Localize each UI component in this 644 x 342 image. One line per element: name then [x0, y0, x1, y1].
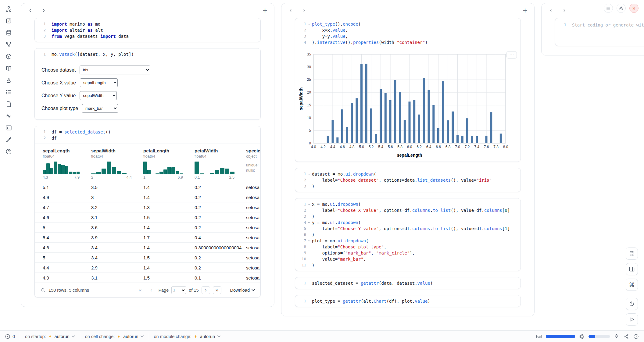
logs-panel-button[interactable]	[5, 124, 13, 132]
y-value-select[interactable]: sepalWidth	[80, 91, 117, 100]
column-move-left-button[interactable]	[27, 7, 34, 14]
plot-type-select[interactable]: mark_bar	[82, 104, 118, 113]
code-line[interactable]: 1plot_type = getattr(alt.Chart(df), plot…	[295, 298, 521, 304]
table-row[interactable]: 4.42.91.40.2setosa	[35, 262, 260, 273]
code-line[interactable]: 1x = mo.ui.dropdown(	[295, 201, 521, 207]
chat-panel-button[interactable]	[5, 136, 13, 144]
documentation-panel-button[interactable]	[5, 64, 13, 72]
code-line[interactable]: 3)	[295, 183, 521, 189]
save-button[interactable]	[626, 248, 638, 260]
code-line[interactable]: 10 value="mark_bar",	[295, 256, 521, 262]
code-line[interactable]: 9 options=["mark_bar", "mark_circle"],	[295, 250, 521, 256]
table-row[interactable]: 4.63.11.50.2setosa	[35, 212, 260, 222]
table-row[interactable]: 4.63.41.40.30000000000000004setosa	[35, 242, 260, 252]
download-button[interactable]: Download	[230, 288, 255, 293]
table-column-header[interactable]: sepalLengthfloat644.37.9	[43, 148, 91, 180]
table-row[interactable]: 53.41.50.2setosa	[35, 252, 260, 262]
prev-page-button[interactable]: ‹	[147, 286, 156, 294]
on-cell-change-setting[interactable]: on cell change: autorun	[80, 333, 149, 340]
code-editor[interactable]: 1mo.vstack([dataset, x, y, plot])	[35, 48, 260, 60]
code-line[interactable]: 3)	[295, 213, 521, 219]
code-editor[interactable]: 1import marimo as mo2import altair as al…	[35, 18, 260, 42]
column-move-right-button[interactable]	[40, 7, 47, 14]
code-line[interactable]: 1plot_type().encode(	[295, 21, 521, 27]
table-column-header[interactable]: petalLengthfloat6416.9	[143, 148, 195, 180]
column-move-left-button[interactable]	[547, 7, 554, 14]
next-page-button[interactable]: ›	[202, 286, 210, 294]
snippets-panel-button[interactable]	[5, 100, 13, 108]
code-line[interactable]: 11)	[295, 262, 521, 268]
code-editor[interactable]: 1dataset = mo.ui.dropdown(2 label="Choos…	[295, 168, 521, 192]
add-cell-button[interactable]: +	[521, 7, 529, 14]
column-histogram[interactable]	[195, 162, 234, 174]
code-line[interactable]: 2df	[35, 135, 260, 141]
table-column-header[interactable]: sepalWidthfloat6424.4	[91, 148, 143, 180]
code-editor[interactable]: 1plot_type = getattr(alt.Chart(df), plot…	[295, 295, 521, 307]
kernel-connection-button[interactable]	[623, 333, 629, 340]
table-row[interactable]: 5.43.91.70.4setosa	[35, 232, 260, 242]
restart-button[interactable]	[626, 298, 638, 310]
table-row[interactable]: 5.13.51.40.2setosa	[35, 182, 260, 192]
table-row[interactable]: 4.73.21.30.2setosa	[35, 202, 260, 212]
code-line[interactable]: 2import altair as alt	[35, 27, 260, 33]
sepal-bar-chart[interactable]: 051015202530354.04.24.44.64.85.05.25.45.…	[298, 52, 515, 159]
code-line[interactable]: 1selected_dataset = getattr(data, datase…	[295, 280, 521, 286]
menu-button[interactable]	[604, 4, 613, 13]
column-move-right-button[interactable]	[560, 7, 568, 14]
on-startup-setting[interactable]: on startup: autorun	[20, 333, 80, 340]
column-histogram[interactable]	[143, 162, 183, 174]
help-button[interactable]	[5, 148, 13, 155]
last-page-button[interactable]: »	[213, 286, 221, 294]
table-row[interactable]: 53.61.40.2setosa	[35, 222, 260, 232]
code-editor[interactable]: 1df = selected_dataset()2df	[35, 126, 260, 144]
code-line[interactable]: 1dataset = mo.ui.dropdown(	[295, 171, 521, 177]
column-move-right-button[interactable]	[300, 7, 308, 14]
errors-button[interactable]: 0	[5, 334, 20, 339]
column-histogram[interactable]	[43, 162, 80, 174]
code-line[interactable]: 6)	[295, 232, 521, 238]
layout-button[interactable]	[626, 263, 638, 275]
code-line[interactable]: 4y = mo.ui.dropdown(	[295, 219, 521, 226]
code-line[interactable]: 5 label="Choose Y value", options=df.col…	[295, 226, 521, 232]
table-column-header[interactable]: speciesobjectunique:nulls:	[246, 148, 260, 180]
scratchpad-panel-button[interactable]	[5, 76, 13, 84]
code-line[interactable]: 1mo.vstack([dataset, x, y, plot])	[35, 51, 260, 57]
history-button[interactable]	[633, 333, 639, 340]
code-editor[interactable]: 1x = mo.ui.dropdown(2 label="Choose X va…	[295, 198, 521, 271]
page-select[interactable]: 1	[171, 286, 186, 294]
table-row[interactable]: 4.931.40.2setosa	[35, 192, 260, 202]
code-editor[interactable]: 1plot_type().encode(2 x=x.value,3 y=y.va…	[295, 18, 521, 48]
keyboard-button[interactable]	[536, 333, 542, 340]
code-line[interactable]: 2 x=x.value,	[295, 27, 521, 33]
table-column-header[interactable]: petalWidthfloat640.12.5	[195, 148, 246, 180]
ai-button[interactable]	[614, 333, 620, 340]
dataset-select[interactable]: iris	[80, 66, 150, 74]
dependencies-panel-button[interactable]	[5, 41, 13, 48]
cell-empty[interactable]: 1 Start coding or generate with AI.	[555, 18, 644, 46]
variables-panel-button[interactable]: f	[5, 17, 13, 25]
on-module-change-setting[interactable]: on module change: autorun	[149, 333, 226, 340]
add-cell-button[interactable]: +	[261, 7, 269, 14]
table-row[interactable]: 4.93.11.50.1setosa	[35, 273, 260, 283]
x-value-select[interactable]: sepalLength	[80, 78, 118, 87]
first-page-button[interactable]: «	[136, 286, 144, 294]
generate-link[interactable]: generate	[613, 23, 634, 27]
code-line[interactable]: 1df = selected_dataset()	[35, 129, 260, 135]
outline-panel-button[interactable]	[5, 88, 13, 96]
files-panel-button[interactable]	[5, 5, 13, 13]
tracing-panel-button[interactable]	[5, 112, 13, 120]
column-histogram[interactable]	[91, 162, 132, 174]
code-line[interactable]: 1 Start coding or generate with AI.	[555, 22, 644, 28]
table-search-button[interactable]	[40, 287, 46, 293]
code-line[interactable]: 4).interactive().properties(width="conta…	[295, 39, 521, 45]
code-editor[interactable]: 1selected_dataset = getattr(data, datase…	[295, 277, 521, 289]
chart-actions-button[interactable]: ⋯	[506, 51, 517, 59]
datasources-panel-button[interactable]	[5, 29, 13, 37]
settings-button[interactable]	[617, 4, 626, 13]
code-line[interactable]: 1import marimo as mo	[35, 21, 260, 27]
packages-panel-button[interactable]	[5, 52, 13, 60]
code-line[interactable]: 7plot = mo.ui.dropdown(	[295, 238, 521, 244]
keyboard-shortcuts-button[interactable]: ⌘	[626, 279, 638, 291]
code-line[interactable]: 2 label="Choose dataset", options=data.l…	[295, 177, 521, 183]
code-line[interactable]: 2 label="Choose X value", options=df.col…	[295, 207, 521, 213]
